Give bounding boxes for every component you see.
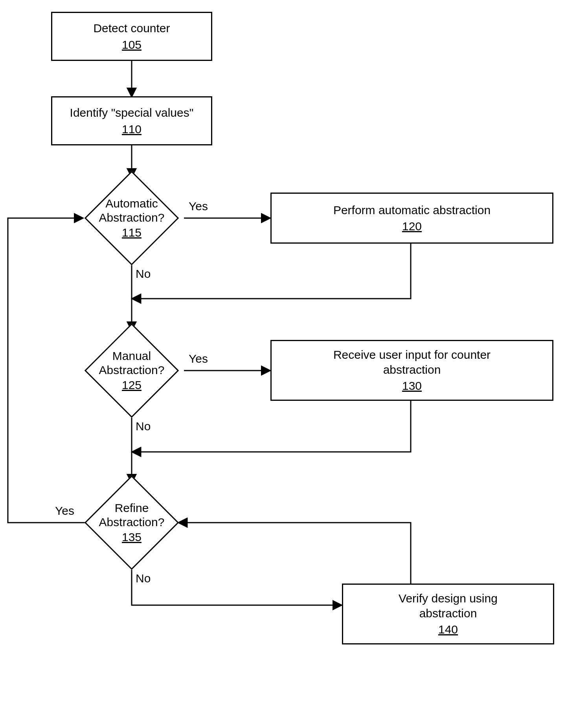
node-130-line1: Receive user input for counter — [333, 347, 491, 362]
node-130: Receive user input for counter abstracti… — [270, 340, 553, 401]
node-105-title: Detect counter — [93, 21, 170, 36]
node-130-ref: 130 — [402, 378, 422, 393]
flowchart-canvas: Detect counter 105 Identify "special val… — [0, 0, 588, 714]
node-140-ref: 140 — [438, 622, 458, 637]
label-135-yes: Yes — [55, 504, 74, 518]
node-120-ref: 120 — [402, 219, 422, 234]
node-110-ref: 110 — [122, 122, 141, 137]
node-140: Verify design using abstraction 140 — [342, 584, 554, 644]
node-135-ref: 135 — [122, 530, 141, 544]
node-135-line1: Refine — [115, 501, 149, 515]
node-130-line2: abstraction — [383, 362, 441, 377]
node-115-ref: 115 — [122, 226, 141, 240]
node-125-line2: Abstraction? — [99, 363, 165, 377]
node-110: Identify "special values" 110 — [51, 96, 212, 145]
node-115-line1: Automatic — [105, 196, 158, 211]
label-125-yes: Yes — [189, 352, 208, 365]
node-125-ref: 125 — [122, 378, 141, 392]
node-135-line2: Abstraction? — [99, 515, 165, 529]
node-120-title: Perform automatic abstraction — [333, 203, 491, 218]
label-115-no: No — [136, 267, 151, 281]
label-125-no: No — [136, 420, 151, 433]
node-110-title: Identify "special values" — [70, 105, 194, 120]
node-105: Detect counter 105 — [51, 12, 212, 61]
node-115-line2: Abstraction? — [99, 211, 165, 225]
node-120: Perform automatic abstraction 120 — [270, 193, 553, 244]
node-125-line1: Manual — [112, 349, 151, 363]
label-135-no: No — [136, 572, 151, 585]
node-115: Automatic Abstraction? 115 — [98, 185, 165, 251]
node-140-line2: abstraction — [419, 606, 477, 621]
node-140-line1: Verify design using — [399, 591, 498, 606]
label-115-yes: Yes — [189, 200, 208, 213]
node-125: Manual Abstraction? 125 — [98, 337, 165, 404]
node-105-ref: 105 — [122, 37, 141, 52]
node-135: Refine Abstraction? 135 — [98, 489, 165, 556]
